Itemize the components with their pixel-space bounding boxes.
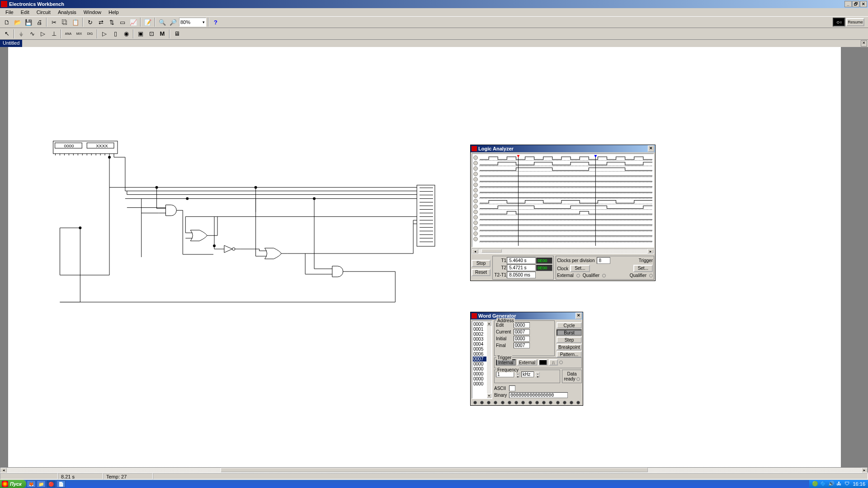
document-close-button[interactable]: ✕ — [861, 40, 867, 47]
wg-scroll-track[interactable] — [487, 326, 491, 394]
open-icon[interactable]: 📂 — [13, 17, 23, 27]
menu-analysis[interactable]: Analysis — [54, 9, 80, 15]
subcircuit-icon[interactable]: ▭ — [118, 17, 127, 27]
gates-icon[interactable]: ▷ — [99, 29, 109, 39]
print-icon[interactable]: 🖨 — [34, 17, 44, 27]
wg-current-input[interactable] — [514, 329, 530, 335]
controls-icon[interactable]: ▣ — [136, 29, 146, 39]
wg-word-list[interactable]: 0000000100020003000400050006000700000000… — [472, 320, 492, 399]
la-hscroll[interactable]: ◂ ▸ — [472, 249, 654, 254]
wg-burst-button[interactable]: Burst — [557, 329, 582, 336]
zoom-in-icon[interactable]: 🔎 — [168, 17, 178, 27]
task-item-explorer[interactable]: 📁 — [37, 480, 46, 488]
cut-icon[interactable]: ✂ — [49, 17, 59, 27]
close-button[interactable]: ✕ — [860, 1, 867, 7]
logic-analyzer-close-button[interactable]: ✕ — [648, 145, 654, 152]
transistors-icon[interactable]: ⊥ — [49, 29, 59, 39]
tray-network-icon[interactable]: 🖧 — [836, 481, 843, 487]
wg-step-button[interactable]: Step — [557, 337, 582, 343]
wg-final-input[interactable] — [514, 343, 530, 348]
task-item-doc[interactable]: 📄 — [57, 480, 66, 488]
word-generator-titlebar[interactable]: Word Generator ✕ — [471, 312, 583, 319]
properties-icon[interactable]: 📝 — [143, 17, 153, 27]
sources-icon[interactable]: ⏚ — [16, 29, 26, 39]
tray-icon-2[interactable]: 🔷 — [820, 481, 826, 487]
la-scroll-right[interactable]: ▸ — [647, 249, 654, 253]
wg-freq-down[interactable]: ▾ — [515, 375, 520, 377]
wg-internal-button[interactable]: Internal — [496, 359, 516, 366]
wg-list-item[interactable]: 0001 — [473, 327, 486, 332]
logic-analyzer-titlebar[interactable]: Logic Analyzer ✕ — [471, 145, 655, 152]
wg-unit-down[interactable]: ▾ — [535, 375, 540, 377]
wg-list-item[interactable]: 0003 — [473, 337, 486, 342]
instruments-icon[interactable]: 🖥 — [172, 29, 182, 39]
document-tab[interactable]: Untitled — [0, 40, 22, 47]
la-waveform-display[interactable] — [472, 153, 654, 248]
menu-help[interactable]: Help — [105, 9, 123, 15]
wg-list-item[interactable]: 0004 — [473, 342, 486, 347]
menu-circuit[interactable]: Circuit — [33, 9, 54, 15]
wg-ascii-input[interactable] — [509, 385, 515, 391]
new-icon[interactable]: 🗋 — [2, 17, 12, 27]
scroll-thumb[interactable] — [221, 468, 648, 472]
task-item-ewb[interactable]: 🔴 — [47, 480, 56, 488]
taskbar-clock[interactable]: 16:16 — [853, 481, 865, 487]
start-button[interactable]: Пуск — [0, 480, 26, 488]
tray-icon-1[interactable]: 🟢 — [812, 481, 818, 487]
canvas[interactable]: 0000 XXXX — [8, 47, 841, 467]
wg-pattern-button[interactable]: Pattern... — [557, 351, 582, 357]
digital-icon[interactable]: DIG — [85, 29, 95, 39]
wg-list-item[interactable]: 0007 — [473, 357, 486, 361]
wg-list-item[interactable]: 0005 — [473, 347, 486, 352]
wg-freq-unit[interactable] — [521, 371, 534, 377]
wg-initial-input[interactable] — [514, 336, 530, 342]
wg-scroll-up[interactable]: ▴ — [487, 321, 491, 326]
la-cpd-input[interactable]: 8 — [597, 257, 610, 264]
wg-breakpoint-button[interactable]: Breakpoint — [557, 344, 582, 350]
misc-icon[interactable]: ⊡ — [146, 29, 156, 39]
flip-h-icon[interactable]: ⇄ — [96, 17, 106, 27]
wg-binary-input[interactable] — [509, 392, 568, 398]
restore-button[interactable]: 🗗 — [852, 1, 859, 7]
wg-edge-neg-button[interactable]: ⎍ — [549, 359, 558, 366]
memory-icon[interactable]: M — [157, 29, 167, 39]
diodes-icon[interactable]: ▷ — [38, 29, 48, 39]
menu-file[interactable]: File — [2, 9, 17, 15]
wg-scroll-down[interactable]: ▾ — [487, 394, 491, 398]
wg-list-item[interactable]: 0000 — [473, 366, 486, 371]
la-scroll-track[interactable] — [478, 249, 647, 253]
la-reset-button[interactable]: Reset — [472, 269, 491, 276]
wg-list-item[interactable]: 0000 — [473, 322, 486, 327]
wg-vscroll[interactable]: ▴ ▾ — [487, 321, 491, 398]
analog-icon[interactable]: ANA — [63, 29, 73, 39]
flip-v-icon[interactable]: ⇅ — [107, 17, 117, 27]
menu-edit[interactable]: Edit — [17, 9, 33, 15]
rotate-icon[interactable]: ↻ — [85, 17, 95, 27]
minimize-button[interactable]: _ — [844, 1, 852, 7]
wg-external-button[interactable]: External — [517, 359, 537, 366]
select-icon[interactable]: ↖ — [2, 29, 12, 39]
la-scroll-left[interactable]: ◂ — [472, 249, 478, 253]
wg-edge-pos-button[interactable] — [538, 359, 547, 366]
menu-window[interactable]: Window — [80, 9, 105, 15]
wg-list-item[interactable]: 0000 — [473, 376, 486, 381]
word-generator-close-button[interactable]: ✕ — [576, 313, 582, 319]
mixed-icon[interactable]: MIX — [74, 29, 84, 39]
la-trigger-set-button[interactable]: Set... — [633, 265, 653, 272]
paste-icon[interactable]: 📋 — [71, 17, 80, 27]
wg-list-item[interactable]: 0000 — [473, 381, 486, 386]
graph-icon[interactable]: 📈 — [128, 17, 138, 27]
wg-cycle-button[interactable]: Cycle — [557, 322, 582, 328]
help-icon[interactable]: ? — [211, 17, 221, 27]
word-generator-dialog[interactable]: Word Generator ✕ 00000001000200030004000… — [470, 312, 583, 406]
basic-icon[interactable]: ∿ — [27, 29, 37, 39]
la-stop-button[interactable]: Stop — [472, 260, 491, 267]
task-item-firefox[interactable]: 🦊 — [27, 480, 36, 488]
wg-list-item[interactable]: 0000 — [473, 361, 486, 366]
tray-volume-icon[interactable]: 🔊 — [828, 481, 835, 487]
wg-list-item[interactable]: 0002 — [473, 332, 486, 337]
la-scroll-thumb[interactable] — [481, 249, 502, 253]
zoom-out-icon[interactable]: 🔍 — [157, 17, 167, 27]
indicators-icon[interactable]: ◉ — [121, 29, 131, 39]
zoom-combo[interactable]: 80% — [179, 18, 206, 27]
